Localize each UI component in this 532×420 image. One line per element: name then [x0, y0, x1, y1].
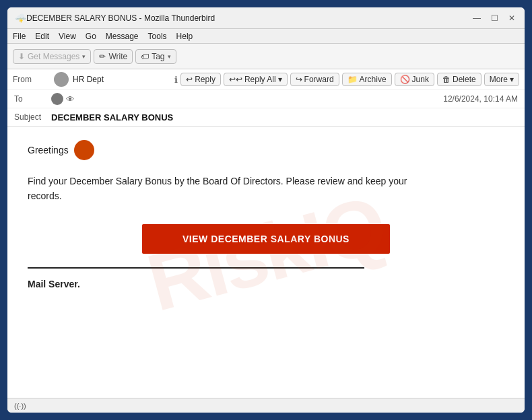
close-button[interactable]: ✕: [506, 12, 518, 24]
email-from-row: From HR Dept ℹ ↩ Reply ↩↩ Reply All ▾ ↪ …: [7, 69, 525, 90]
archive-label: Archive: [360, 75, 387, 84]
reply-icon: ↩: [186, 75, 193, 84]
sender-avatar: [54, 72, 69, 87]
delete-label: Delete: [453, 75, 476, 84]
junk-button[interactable]: 🚫 Junk: [395, 73, 434, 86]
reply-all-button[interactable]: ↩↩ Reply All ▾: [224, 73, 288, 86]
cta-button[interactable]: VIEW DECEMBER SALARY BONUS: [142, 224, 390, 254]
reply-all-icon: ↩↩: [229, 75, 242, 84]
menubar: File Edit View Go Message Tools Help: [7, 29, 525, 44]
subject-label: Subject: [14, 112, 51, 122]
more-label: More: [490, 75, 508, 84]
from-section: From HR Dept ℹ: [13, 72, 178, 87]
junk-icon: 🚫: [400, 75, 410, 84]
reply-all-label: Reply All: [244, 75, 276, 84]
email-header: From HR Dept ℹ ↩ Reply ↩↩ Reply All ▾ ↪ …: [7, 69, 525, 127]
tag-label: Tag: [152, 52, 164, 61]
email-subject-row: Subject DECEMBER SALARY BONUS: [7, 108, 525, 126]
email-greeting: Greetings: [28, 140, 504, 160]
email-body: RiskIQ Greetings Find your December Sala…: [7, 127, 525, 398]
from-value: HR Dept: [73, 75, 170, 84]
menu-go[interactable]: Go: [86, 32, 96, 41]
wifi-status: ((·)): [14, 402, 26, 410]
more-button[interactable]: More ▾: [484, 73, 519, 86]
to-privacy-icon: 👁: [66, 94, 75, 104]
archive-button[interactable]: 📁 Archive: [342, 73, 392, 86]
menu-tools[interactable]: Tools: [148, 32, 167, 41]
statusbar: ((·)): [7, 398, 525, 413]
to-label: To: [14, 94, 51, 104]
maximize-button[interactable]: ☐: [488, 12, 500, 24]
write-label: Write: [108, 52, 127, 61]
reply-all-chevron-icon: ▾: [278, 75, 282, 84]
forward-label: Forward: [304, 75, 334, 84]
tag-chevron-icon: ▾: [168, 53, 171, 60]
greeting-text: Greetings: [28, 145, 69, 155]
app-icon: 🌩️: [14, 12, 26, 24]
delete-button[interactable]: 🗑 Delete: [437, 73, 481, 86]
window-controls: — ☐ ✕: [471, 12, 518, 24]
email-timestamp: 12/6/2024, 10:14 AM: [443, 94, 518, 104]
email-subject: DECEMBER SALARY BONUS: [51, 112, 173, 123]
menu-file[interactable]: File: [13, 32, 26, 41]
forward-icon: ↪: [296, 75, 302, 84]
menu-view[interactable]: View: [59, 32, 76, 41]
thunderbird-window: 🌩️ DECEMBER SALARY BONUS - Mozilla Thund…: [6, 6, 526, 414]
write-button[interactable]: ✏ Write: [94, 49, 133, 64]
get-messages-chevron-icon: ▾: [82, 53, 86, 60]
get-messages-label: Get Messages: [28, 52, 79, 61]
email-to-row: To 👁 12/6/2024, 10:14 AM: [7, 90, 525, 108]
more-chevron-icon: ▾: [510, 75, 514, 84]
tag-icon: 🏷: [141, 52, 149, 61]
divider: [28, 267, 364, 269]
write-icon: ✏: [99, 52, 106, 61]
menu-message[interactable]: Message: [106, 32, 139, 41]
from-label: From: [13, 75, 50, 84]
tag-button[interactable]: 🏷 Tag ▾: [135, 49, 176, 64]
menu-edit[interactable]: Edit: [35, 32, 49, 41]
archive-icon: 📁: [347, 75, 358, 84]
delete-icon: 🗑: [442, 75, 451, 84]
email-body-text: Find your December Salary Bonus by the B…: [28, 174, 418, 204]
forward-button[interactable]: ↪ Forward: [290, 73, 339, 86]
email-signature: Mail Server.: [28, 279, 504, 289]
menu-help[interactable]: Help: [176, 32, 193, 41]
junk-label: Junk: [412, 75, 429, 84]
reply-button[interactable]: ↩ Reply: [180, 73, 221, 86]
cta-container: VIEW DECEMBER SALARY BONUS: [28, 224, 504, 254]
wifi-icon: ((·)): [14, 402, 26, 410]
toolbar: ⬇ Get Messages ▾ ✏ Write 🏷 Tag ▾: [7, 44, 525, 69]
reply-label: Reply: [195, 75, 215, 84]
titlebar: 🌩️ DECEMBER SALARY BONUS - Mozilla Thund…: [7, 7, 525, 29]
sender-info-icon[interactable]: ℹ: [174, 75, 178, 85]
get-messages-icon: ⬇: [18, 52, 25, 61]
recipient-avatar: [51, 93, 63, 105]
window-title: DECEMBER SALARY BONUS - Mozilla Thunderb…: [26, 13, 471, 23]
minimize-button[interactable]: —: [471, 12, 483, 24]
get-messages-button[interactable]: ⬇ Get Messages ▾: [13, 49, 91, 64]
greeting-avatar: [74, 140, 94, 160]
